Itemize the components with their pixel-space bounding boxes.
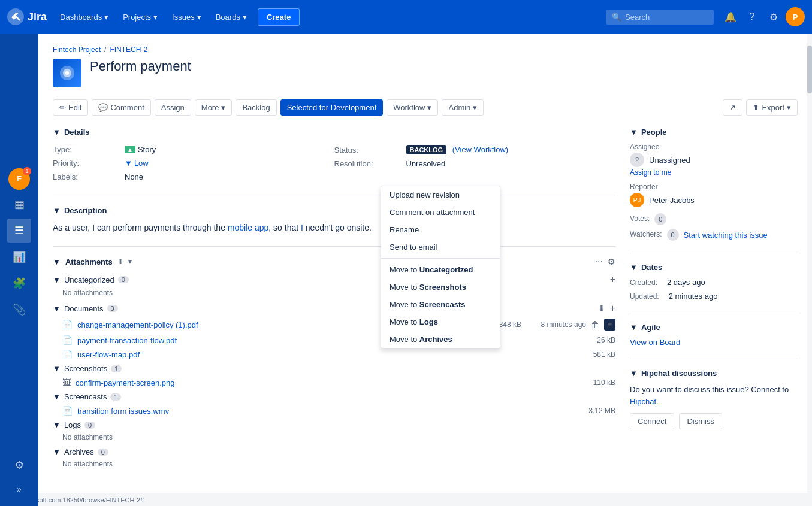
sidebar-expand-icon[interactable]: » bbox=[7, 477, 31, 501]
admin-button[interactable]: Admin ▾ bbox=[442, 99, 484, 116]
file-name-link[interactable]: confirm-payment-screen.png bbox=[76, 378, 578, 387]
scrollbar[interactable] bbox=[807, 34, 812, 506]
logs-chevron-icon: ▼ bbox=[53, 420, 61, 429]
breadcrumb-project-link[interactable]: Fintech Project bbox=[53, 46, 101, 54]
category-documents-header[interactable]: ▼ Documents 3 ⬇ + bbox=[53, 301, 615, 316]
search-bar[interactable]: 🔍 Search bbox=[606, 10, 714, 25]
start-watching-link[interactable]: Start watching this issue bbox=[684, 231, 768, 240]
ctx-move-uncategorized[interactable]: Move to Uncategorized bbox=[381, 261, 500, 278]
attach-manage-icon[interactable]: ⬆ bbox=[117, 257, 123, 266]
workflow-button[interactable]: Workflow ▾ bbox=[387, 99, 438, 116]
ctx-move-archives[interactable]: Move to Archives bbox=[381, 331, 500, 348]
sidebar-icon-boards[interactable]: ▦ bbox=[7, 192, 31, 216]
file-row: 🖼 confirm-payment-screen.png 110 kB bbox=[53, 375, 615, 390]
file-delete-icon[interactable]: 🗑 bbox=[591, 320, 599, 329]
left-sidebar: F 1 ▦ ☰ 📊 🧩 📎 ⚙ » bbox=[0, 34, 38, 506]
file-action-button[interactable]: ≡ bbox=[604, 319, 615, 331]
category-archives-header[interactable]: ▼ Archives 0 bbox=[53, 445, 615, 459]
create-button[interactable]: Create bbox=[258, 8, 300, 26]
top-navigation: Jira Dashboards ▾ Projects ▾ Issues ▾ Bo… bbox=[0, 0, 812, 34]
hipchat-connect-button[interactable]: Connect bbox=[630, 413, 674, 429]
comment-icon: 💬 bbox=[98, 103, 108, 112]
archives-chevron-icon: ▼ bbox=[53, 447, 61, 456]
user-avatar[interactable]: P bbox=[786, 7, 805, 26]
category-screencasts-header[interactable]: ▼ Screencasts 1 bbox=[53, 390, 615, 404]
assignee-name: Unassigned bbox=[649, 156, 690, 165]
status-row: Status: BACKLOG (View Workflow) bbox=[334, 143, 616, 157]
category-logs-header[interactable]: ▼ Logs 0 bbox=[53, 418, 615, 432]
ctx-send-email[interactable]: Send to email bbox=[381, 238, 500, 256]
attach-gear-icon[interactable]: ⚙ bbox=[608, 257, 615, 266]
file-name-link[interactable]: transition form issues.wmv bbox=[77, 407, 578, 416]
settings-icon[interactable]: ⚙ bbox=[764, 7, 783, 26]
file-size: 26 kB bbox=[582, 336, 615, 344]
hipchat-dismiss-button[interactable]: Dismiss bbox=[679, 413, 722, 429]
attachments-section: ▼ Attachments ⬆ ▾ ··· ⚙ ▼ Uncategorized … bbox=[53, 256, 615, 472]
dates-section-header[interactable]: ▼ Dates bbox=[630, 263, 798, 272]
more-button[interactable]: More ▾ bbox=[195, 99, 233, 116]
hipchat-text: Do you want to discuss this issue? Conne… bbox=[630, 384, 798, 407]
screenshots-chevron-icon: ▼ bbox=[53, 364, 61, 373]
ctx-move-logs[interactable]: Move to Logs bbox=[381, 313, 500, 331]
ctx-comment-attachment[interactable]: Comment on attachment bbox=[381, 204, 500, 221]
nav-issues[interactable]: Issues ▾ bbox=[166, 9, 207, 25]
details-chevron-icon: ▼ bbox=[53, 128, 61, 137]
file-video-icon: 📄 bbox=[62, 406, 73, 416]
nav-boards[interactable]: Boards ▾ bbox=[210, 9, 253, 25]
sidebar-icon-attachments[interactable]: 📎 bbox=[7, 298, 31, 322]
share-button[interactable]: ↗ bbox=[723, 99, 742, 116]
updated-value: 2 minutes ago bbox=[669, 292, 718, 301]
description-section-header[interactable]: ▼ Description bbox=[53, 206, 615, 215]
file-name-link[interactable]: user-flow-map.pdf bbox=[77, 350, 578, 359]
comment-button[interactable]: 💬 Comment bbox=[92, 99, 150, 116]
details-section-header[interactable]: ▼ Details bbox=[53, 128, 615, 137]
documents-download-icon[interactable]: ⬇ bbox=[598, 304, 605, 313]
type-value: ▲ Story bbox=[125, 145, 334, 154]
ctx-rename[interactable]: Rename bbox=[381, 221, 500, 238]
details-grid: Type: ▲ Story Priority: ▼ Low bbox=[53, 143, 615, 184]
hipchat-chevron-icon: ▼ bbox=[630, 369, 638, 378]
updated-field: Updated: 2 minutes ago bbox=[630, 292, 798, 301]
dates-chevron-icon: ▼ bbox=[630, 263, 638, 272]
uncategorized-add-button[interactable]: + bbox=[610, 274, 615, 285]
uncategorized-empty-label: No attachments bbox=[53, 287, 615, 301]
ctx-upload-revision[interactable]: Upload new revision bbox=[381, 186, 500, 204]
sidebar-icon-components[interactable]: 🧩 bbox=[7, 271, 31, 295]
jira-logo[interactable]: Jira bbox=[7, 8, 47, 25]
ctx-move-screencasts[interactable]: Move to Screencasts bbox=[381, 296, 500, 313]
sidebar-settings-icon[interactable]: ⚙ bbox=[7, 453, 31, 477]
agile-section-header[interactable]: ▼ Agile bbox=[630, 323, 798, 332]
category-uncategorized-header[interactable]: ▼ Uncategorized 0 + bbox=[53, 272, 615, 287]
view-on-board-link[interactable]: View on Board bbox=[630, 338, 680, 347]
sidebar-icon-reports[interactable]: 📊 bbox=[7, 245, 31, 269]
details-left: Type: ▲ Story Priority: ▼ Low bbox=[53, 143, 334, 184]
export-button[interactable]: ⬆ Export ▾ bbox=[746, 99, 798, 116]
assignee-avatar: ? bbox=[630, 153, 644, 167]
context-menu: Upload new revision Comment on attachmen… bbox=[381, 186, 500, 349]
breadcrumb-issue-link[interactable]: FINTECH-2 bbox=[110, 46, 147, 54]
file-name-link[interactable]: payment-transaction-flow.pdf bbox=[77, 336, 578, 345]
assign-button[interactable]: Assign bbox=[155, 99, 191, 116]
search-icon: 🔍 bbox=[612, 13, 621, 22]
backlog-button[interactable]: Backlog bbox=[236, 99, 276, 116]
nav-dashboards[interactable]: Dashboards ▾ bbox=[54, 9, 114, 25]
file-pdf-icon: 📄 bbox=[62, 335, 73, 345]
nav-projects[interactable]: Projects ▾ bbox=[117, 9, 164, 25]
scroll-thumb[interactable] bbox=[807, 46, 812, 93]
attach-menu-button[interactable]: ··· bbox=[595, 256, 603, 267]
hipchat-section-header[interactable]: ▼ Hipchat discussions bbox=[630, 369, 798, 378]
details-right: Status: BACKLOG (View Workflow) Resoluti… bbox=[334, 143, 616, 184]
people-section-header[interactable]: ▼ People bbox=[630, 128, 798, 137]
notifications-icon[interactable]: 🔔 bbox=[721, 7, 740, 26]
sidebar-icon-issues[interactable]: ☰ bbox=[7, 219, 31, 243]
selected-for-dev-button[interactable]: Selected for Development bbox=[280, 99, 384, 116]
help-icon[interactable]: ? bbox=[742, 7, 762, 26]
resolution-row: Resolution: Unresolved bbox=[334, 157, 616, 171]
category-screenshots-header[interactable]: ▼ Screenshots 1 bbox=[53, 362, 615, 375]
edit-button[interactable]: ✏ Edit bbox=[53, 99, 88, 116]
documents-add-button[interactable]: + bbox=[610, 303, 615, 314]
agile-section: ▼ Agile View on Board bbox=[630, 323, 798, 347]
view-workflow-link[interactable]: (View Workflow) bbox=[452, 145, 508, 154]
assign-to-me-link[interactable]: Assign to me bbox=[630, 168, 798, 177]
ctx-move-screenshots[interactable]: Move to Screenshots bbox=[381, 278, 500, 296]
